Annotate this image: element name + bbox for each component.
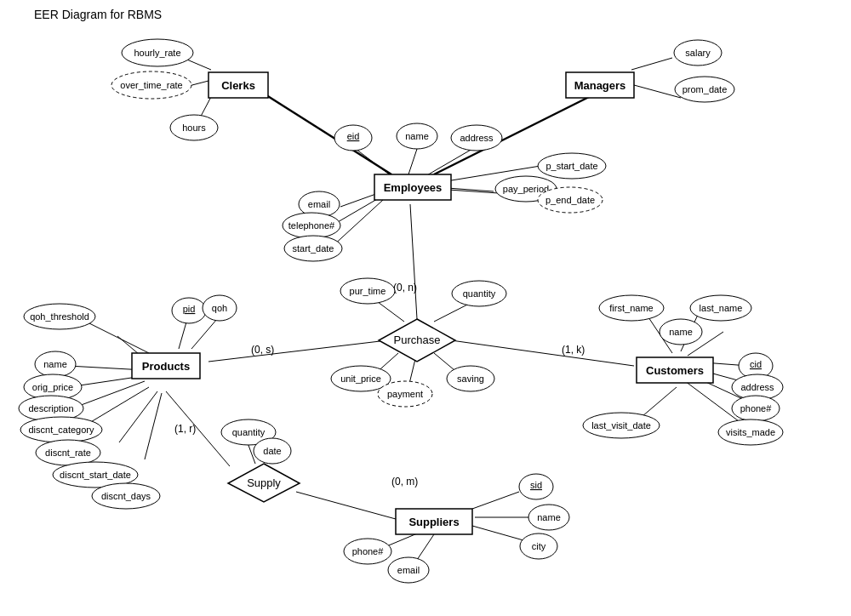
entity-clerks: Clerks [208, 72, 268, 98]
attr-last-visit-date: last_visit_date [583, 413, 660, 438]
cardinality-1r: (1, r) [174, 423, 196, 435]
svg-text:Customers: Customers [646, 364, 704, 377]
svg-text:name: name [669, 327, 693, 337]
line [77, 381, 145, 407]
cardinality-0s: (0, s) [251, 344, 274, 356]
svg-text:name: name [537, 512, 561, 522]
line [408, 149, 417, 174]
attr-qoh-threshold: qoh_threshold [24, 304, 95, 329]
svg-text:name: name [43, 359, 67, 369]
purchase-products-line [208, 340, 387, 362]
cardinality-0m: (0, m) [391, 476, 418, 488]
attr-discnt-category: discnt_category [20, 417, 102, 442]
attr-prom-date: prom_date [675, 77, 734, 102]
attr-salary: salary [674, 40, 722, 66]
svg-text:Managers: Managers [574, 79, 626, 92]
svg-text:first_name: first_name [609, 303, 653, 313]
svg-text:description: description [28, 403, 73, 414]
svg-text:address: address [740, 382, 774, 392]
svg-text:orig_price: orig_price [32, 382, 73, 392]
svg-text:p_start_date: p_start_date [545, 161, 597, 171]
svg-text:Products: Products [142, 360, 190, 373]
attr-discnt-days: discnt_days [92, 483, 160, 509]
svg-text:Employees: Employees [384, 181, 443, 194]
svg-text:visits_made: visits_made [726, 427, 775, 437]
entity-suppliers: Suppliers [396, 509, 472, 534]
line [472, 526, 523, 540]
svg-text:city: city [532, 541, 546, 551]
page-title: EER Diagram for RBMS [34, 8, 162, 21]
diagram-container: EER Diagram for RBMS [0, 0, 851, 616]
line [145, 393, 162, 459]
svg-text:date: date [263, 446, 281, 456]
svg-text:saving: saving [457, 374, 484, 384]
attr-supp-name: name [528, 505, 569, 530]
attr-saving: saving [447, 366, 494, 391]
svg-text:over_time_rate: over_time_rate [120, 80, 182, 90]
svg-text:eid: eid [347, 131, 360, 141]
entity-employees: Employees [374, 174, 451, 200]
svg-text:last_visit_date: last_visit_date [591, 420, 651, 431]
svg-text:phone#: phone# [352, 546, 385, 556]
attr-visits-made: visits_made [718, 419, 783, 445]
attr-quantity: quantity [452, 281, 506, 306]
cardinality-0n: (0, n) [393, 282, 417, 294]
svg-text:salary: salary [685, 48, 711, 58]
attr-hourly-rate: hourly_rate [122, 39, 193, 66]
svg-text:address: address [460, 133, 494, 143]
attr-emp-name: name [397, 123, 437, 149]
relationship-purchase: Purchase [379, 319, 455, 362]
svg-text:prom_date: prom_date [683, 84, 728, 94]
svg-text:email: email [397, 565, 420, 575]
svg-text:pid: pid [183, 304, 196, 314]
attr-hours: hours [170, 115, 218, 140]
attr-payment: payment [378, 381, 432, 407]
attr-supply-date: date [254, 438, 291, 464]
svg-text:discnt_category: discnt_category [28, 425, 94, 435]
attr-city: city [520, 533, 557, 559]
attr-sid: sid [519, 474, 553, 499]
svg-text:unit_price: unit_price [340, 374, 381, 384]
svg-text:phone#: phone# [740, 403, 773, 414]
attr-p-end-date: p_end_date [538, 187, 603, 213]
attr-last-name: last_name [690, 295, 751, 321]
attr-cust-phone: phone# [732, 396, 780, 421]
entity-managers: Managers [566, 72, 634, 98]
entity-products: Products [132, 353, 200, 379]
svg-text:hours: hours [182, 123, 206, 133]
svg-text:discnt_start_date: discnt_start_date [60, 470, 131, 480]
attr-eid: eid [334, 125, 372, 151]
attr-pid: pid [172, 298, 206, 323]
svg-text:name: name [405, 131, 429, 141]
clerks-employees-line [264, 94, 391, 174]
attr-over-time-rate: over_time_rate [111, 71, 191, 99]
svg-text:quantity: quantity [232, 427, 266, 437]
line [685, 381, 739, 421]
attr-qoh: qoh [203, 295, 237, 321]
attr-p-start-date: p_start_date [538, 153, 606, 179]
purchase-customers-line [451, 340, 634, 366]
attr-emp-telephone: telephone# [283, 213, 340, 238]
employees-purchase-line [410, 204, 417, 319]
attr-emp-address: address [451, 125, 502, 151]
line [356, 149, 391, 176]
line [631, 58, 672, 70]
line [119, 391, 157, 442]
line [426, 149, 472, 176]
attr-discnt-rate: discnt_rate [36, 440, 100, 465]
line [634, 85, 681, 98]
svg-text:p_end_date: p_end_date [545, 195, 595, 205]
svg-text:email: email [308, 199, 330, 209]
svg-text:qoh: qoh [212, 303, 227, 313]
svg-text:pay_period: pay_period [503, 184, 549, 194]
svg-text:cid: cid [750, 359, 762, 369]
svg-text:Supply: Supply [247, 476, 281, 489]
attr-supp-email: email [388, 557, 429, 583]
eer-diagram: EER Diagram for RBMS [0, 0, 851, 616]
attr-pur-time: pur_time [340, 278, 395, 304]
svg-text:qoh_threshold: qoh_threshold [30, 311, 89, 322]
svg-text:discnt_days: discnt_days [101, 491, 151, 501]
cardinality-1k: (1, k) [562, 344, 585, 356]
attr-cust-name: name [660, 319, 702, 345]
line [191, 319, 217, 349]
